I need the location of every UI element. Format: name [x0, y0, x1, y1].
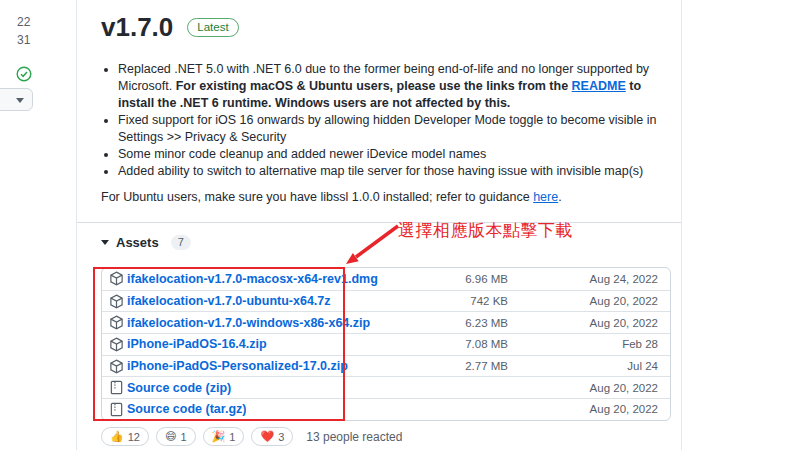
asset-date: Aug 20, 2022 — [508, 382, 658, 394]
asset-download-link[interactable]: iPhone-iPadOS-16.4.zip — [109, 337, 398, 352]
asset-filename: iPhone-iPadOS-Personalized-17.0.zip — [127, 359, 348, 373]
note-text: Added ability to switch to alternative m… — [118, 164, 643, 178]
release-note-item: Replaced .NET 5.0 with .NET 6.0 due to t… — [118, 61, 667, 112]
release-note-item: Added ability to switch to alternative m… — [118, 163, 667, 180]
reaction-count: 12 — [128, 431, 140, 443]
reaction-count: 3 — [278, 431, 284, 443]
asset-download-link[interactable]: Source code (zip) — [109, 380, 398, 395]
assets-toggle[interactable]: Assets 7 — [101, 235, 191, 250]
reaction-heart[interactable]: ❤️ 3 — [251, 427, 293, 446]
asset-filename: ifakelocation-v1.7.0-macosx-x64-rev1.dmg — [127, 272, 378, 286]
asset-filename: Source code (zip) — [127, 381, 231, 395]
package-icon — [109, 294, 124, 309]
release-title: v1.7.0 — [101, 12, 173, 42]
file-zip-icon — [109, 380, 124, 395]
reaction-hooray[interactable]: 🎉 1 — [203, 427, 245, 446]
asset-size: 6.23 MB — [398, 317, 508, 329]
asset-date: Feb 28 — [508, 338, 658, 350]
assets-section-divider — [77, 222, 681, 223]
asset-filename: ifakelocation-v1.7.0-ubuntu-x64.7z — [127, 294, 331, 308]
table-row: ifakelocation-v1.7.0-windows-x86-x64.zip… — [102, 311, 670, 333]
guidance-here-link[interactable]: here — [533, 190, 558, 204]
note-text-bold: For existing macOS & Ubuntu users, pleas… — [176, 79, 572, 93]
asset-size: 2.77 MB — [398, 360, 508, 372]
file-zip-icon — [109, 402, 124, 417]
party-popper-icon: 🎉 — [212, 430, 226, 443]
assets-count-badge: 7 — [171, 235, 191, 250]
release-body: Replaced .NET 5.0 with .NET 6.0 due to t… — [101, 61, 667, 206]
caret-down-icon — [101, 240, 109, 245]
ubuntu-note: For Ubuntu users, make sure you have lib… — [101, 189, 667, 206]
reaction-thumbs-up[interactable]: 👍 12 — [101, 427, 149, 446]
assets-label: Assets — [116, 235, 159, 250]
table-row: iPhone-iPadOS-Personalized-17.0.zip 2.77… — [102, 355, 670, 377]
reaction-summary: 13 people reacted — [306, 430, 402, 444]
asset-download-link[interactable]: ifakelocation-v1.7.0-windows-x86-x64.zip — [109, 315, 398, 330]
commit-sha-fragment[interactable]: 31 — [17, 33, 30, 47]
package-icon — [109, 315, 124, 330]
package-icon — [109, 271, 124, 286]
latest-badge: Latest — [187, 18, 238, 37]
asset-date: Aug 20, 2022 — [508, 403, 658, 415]
release-card: v1.7.0 Latest Replaced .NET 5.0 with .NE… — [76, 0, 682, 450]
annotation-text: 選擇相應版本點擊下載 — [398, 221, 573, 240]
asset-date: Aug 20, 2022 — [508, 295, 658, 307]
reaction-count: 1 — [180, 431, 186, 443]
github-release-page: 22 31 v1.7.0 Latest Replaced .NET 5.0 wi… — [0, 0, 786, 450]
heart-icon: ❤️ — [260, 430, 274, 443]
release-title-row: v1.7.0 Latest — [101, 12, 239, 42]
chevron-down-icon — [16, 98, 24, 103]
table-row: Source code (tar.gz) Aug 20, 2022 — [102, 398, 670, 420]
release-note-item: Some minor code cleanup and added newer … — [118, 146, 667, 163]
reaction-laugh[interactable]: 😄 1 — [156, 427, 196, 446]
package-icon — [109, 359, 124, 374]
asset-filename: iPhone-iPadOS-16.4.zip — [127, 337, 267, 351]
reactions-bar: 👍 12 😄 1 🎉 1 ❤️ 3 13 people reacted — [101, 427, 402, 446]
verified-check-icon — [16, 66, 32, 82]
assets-table: ifakelocation-v1.7.0-macosx-x64-rev1.dmg… — [101, 267, 671, 421]
laugh-icon: 😄 — [165, 430, 176, 443]
asset-download-link[interactable]: ifakelocation-v1.7.0-ubuntu-x64.7z — [109, 294, 398, 309]
table-row: ifakelocation-v1.7.0-macosx-x64-rev1.dmg… — [102, 268, 670, 290]
note-text: Fixed support for iOS 16 onwards by allo… — [118, 113, 657, 144]
asset-download-link[interactable]: Source code (tar.gz) — [109, 402, 398, 417]
asset-date: Aug 24, 2022 — [508, 273, 658, 285]
release-note-item: Fixed support for iOS 16 onwards by allo… — [118, 112, 667, 146]
asset-download-link[interactable]: iPhone-iPadOS-Personalized-17.0.zip — [109, 359, 398, 374]
asset-date: Aug 20, 2022 — [508, 317, 658, 329]
note-text: . — [558, 190, 561, 204]
table-row: ifakelocation-v1.7.0-ubuntu-x64.7z 742 K… — [102, 290, 670, 312]
table-row: iPhone-iPadOS-16.4.zip 7.08 MB Feb 28 — [102, 333, 670, 355]
asset-download-link[interactable]: ifakelocation-v1.7.0-macosx-x64-rev1.dmg — [109, 271, 398, 286]
note-text: Some minor code cleanup and added newer … — [118, 147, 486, 161]
asset-filename: ifakelocation-v1.7.0-windows-x86-x64.zip — [127, 316, 370, 330]
asset-filename: Source code (tar.gz) — [127, 402, 246, 416]
asset-size: 742 KB — [398, 295, 508, 307]
compare-button[interactable] — [0, 88, 33, 111]
package-icon — [109, 337, 124, 352]
thumbs-up-icon: 👍 — [110, 430, 124, 443]
note-text: For Ubuntu users, make sure you have lib… — [101, 190, 533, 204]
asset-size: 6.96 MB — [398, 273, 508, 285]
asset-size: 7.08 MB — [398, 338, 508, 350]
table-row: Source code (zip) Aug 20, 2022 — [102, 376, 670, 398]
readme-link[interactable]: README — [572, 79, 626, 93]
release-date-fragment: 22 — [17, 15, 30, 29]
asset-date: Jul 24 — [508, 360, 658, 372]
reaction-count: 1 — [229, 431, 235, 443]
release-notes-list: Replaced .NET 5.0 with .NET 6.0 due to t… — [101, 61, 667, 180]
